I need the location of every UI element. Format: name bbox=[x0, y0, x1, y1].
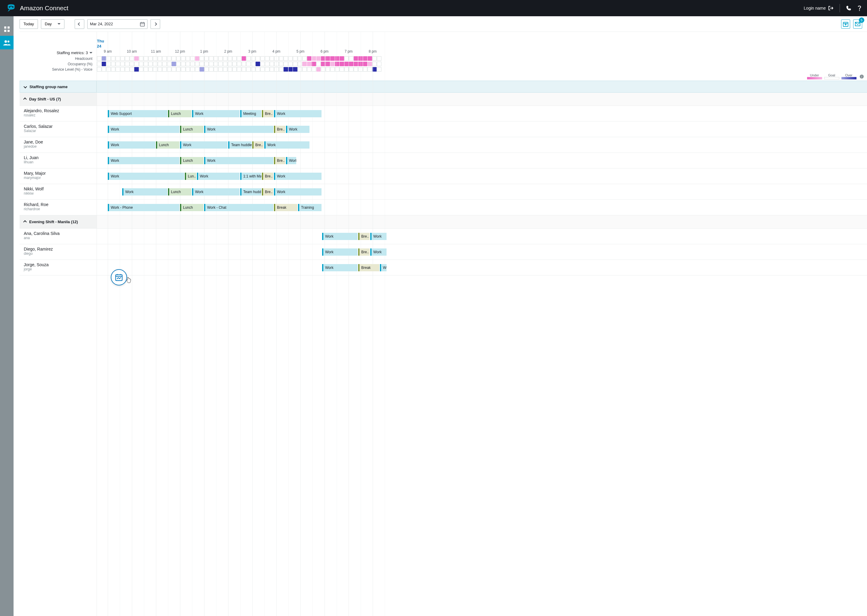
task-bar[interactable]: Lunch bbox=[168, 110, 191, 117]
heatmap-occupancy bbox=[97, 61, 867, 67]
task-bar[interactable]: 1:1 with Ma.. bbox=[240, 173, 261, 180]
task-bar[interactable]: Lunch bbox=[180, 204, 203, 211]
timeline-row[interactable]: WorkLunchWorkBre..Work bbox=[97, 121, 867, 137]
task-bar[interactable]: Web Support bbox=[108, 110, 167, 117]
fab-schedule[interactable] bbox=[111, 269, 127, 286]
users-icon bbox=[3, 40, 11, 46]
view-select[interactable]: Day bbox=[41, 19, 65, 29]
metric-service-label: Service Level (%) - Voice bbox=[20, 67, 97, 72]
task-bar[interactable]: Work bbox=[180, 141, 228, 149]
task-bar[interactable]: Meeting bbox=[240, 110, 261, 117]
task-bar[interactable]: Work bbox=[197, 173, 240, 180]
time-label: 12 pm bbox=[175, 49, 185, 53]
group-header[interactable]: Day Shift - US (7) bbox=[20, 93, 97, 106]
task-bar[interactable]: Work bbox=[370, 248, 386, 256]
task-bar[interactable]: Work bbox=[322, 233, 358, 240]
task-bar[interactable]: Break bbox=[274, 204, 298, 211]
task-bar[interactable]: Work bbox=[108, 126, 180, 133]
task-bar[interactable]: Lunch bbox=[180, 157, 203, 164]
agent-row[interactable]: Jorge, Souzajorge bbox=[20, 260, 97, 275]
task-bar[interactable]: Bre.. bbox=[358, 233, 370, 240]
svg-rect-3 bbox=[4, 27, 6, 28]
date-header-day: Thu bbox=[97, 39, 104, 44]
task-bar[interactable]: Bre.. bbox=[262, 188, 273, 195]
agent-row[interactable]: Mary, Majormarymajor bbox=[20, 168, 97, 184]
task-bar[interactable]: Work bbox=[204, 126, 273, 133]
metrics-title[interactable]: Staffing metrics: 3 bbox=[20, 49, 97, 56]
task-bar[interactable]: Work bbox=[122, 188, 167, 195]
task-bar[interactable]: Work bbox=[108, 173, 184, 180]
agent-row[interactable]: Nikki, Wolfnikkiw bbox=[20, 184, 97, 200]
task-bar[interactable]: Lun.. bbox=[185, 173, 196, 180]
task-bar[interactable]: Work bbox=[380, 264, 386, 271]
group-header-main[interactable]: Staffing group name bbox=[20, 81, 97, 93]
time-label: 7 pm bbox=[345, 49, 353, 53]
task-bar[interactable]: Bre.. bbox=[274, 157, 285, 164]
task-bar[interactable]: Bre.. bbox=[358, 248, 370, 256]
task-bar[interactable]: Work bbox=[322, 248, 358, 256]
timeline-row[interactable]: WorkLun..Work1:1 with Ma..Bre..Work bbox=[97, 168, 867, 184]
task-bar[interactable]: Bre.. bbox=[274, 126, 285, 133]
timeline-row[interactable]: WorkLunchWorkTeam huddleBre..Work bbox=[97, 184, 867, 200]
timeline-row[interactable]: Web SupportLunchWorkMeetingBre..Work bbox=[97, 106, 867, 121]
task-bar[interactable]: Lunch bbox=[168, 188, 191, 195]
task-bar[interactable]: Work bbox=[108, 157, 180, 164]
timeline-row[interactable]: WorkLunchWorkTeam huddleBre..Work bbox=[97, 137, 867, 153]
help-icon[interactable] bbox=[858, 5, 862, 11]
publish-button[interactable] bbox=[841, 20, 850, 28]
svg-point-8 bbox=[7, 40, 9, 42]
task-bar[interactable]: Work bbox=[370, 233, 386, 240]
agent-row[interactable]: Carlos, SalazarSalazar bbox=[20, 121, 97, 137]
task-bar[interactable]: Work bbox=[322, 264, 358, 271]
login-menu[interactable]: Login name bbox=[804, 6, 834, 11]
task-bar[interactable]: Bre.. bbox=[262, 110, 273, 117]
svg-point-2 bbox=[859, 10, 860, 11]
task-bar[interactable]: Training bbox=[298, 204, 322, 211]
task-bar[interactable]: Lunch bbox=[180, 126, 203, 133]
task-bar[interactable]: Bre.. bbox=[252, 141, 264, 149]
agent-row[interactable]: Li, Juanlihuan bbox=[20, 153, 97, 168]
task-bar[interactable]: Work bbox=[192, 110, 240, 117]
task-bar[interactable]: Bre.. bbox=[262, 173, 273, 180]
nav-users[interactable] bbox=[0, 36, 14, 49]
timeline-row[interactable]: WorkLunchWorkBre..Work bbox=[97, 153, 867, 168]
phone-icon[interactable] bbox=[846, 5, 851, 11]
today-button[interactable]: Today bbox=[20, 19, 38, 29]
task-bar[interactable]: Work - Chat bbox=[204, 204, 273, 211]
date-input[interactable]: Mar 24, 2022 bbox=[87, 19, 148, 29]
task-bar[interactable]: Work bbox=[274, 110, 322, 117]
task-bar[interactable]: Team huddle bbox=[228, 141, 252, 149]
task-bar[interactable]: Work bbox=[286, 126, 309, 133]
task-bar[interactable]: Work - Phone bbox=[108, 204, 180, 211]
group-header[interactable]: Evening Shift - Manila (12) bbox=[20, 215, 97, 229]
side-nav bbox=[0, 16, 14, 616]
timeline-row[interactable]: Work - PhoneLunchWork - ChatBreakTrainin… bbox=[97, 200, 867, 215]
time-label: 4 pm bbox=[273, 49, 281, 53]
prev-date-button[interactable] bbox=[75, 19, 84, 29]
heatmap-service bbox=[97, 67, 867, 72]
task-bar[interactable]: Work bbox=[274, 173, 322, 180]
inbox-button[interactable]: 5 bbox=[853, 20, 862, 28]
agent-row[interactable]: Richard, Roerichardroe bbox=[20, 200, 97, 215]
task-bar[interactable]: Work bbox=[108, 141, 155, 149]
task-bar[interactable]: Work bbox=[274, 188, 322, 195]
timeline-row[interactable]: WorkBre..Work bbox=[97, 229, 867, 244]
timeline-row[interactable]: WorkBre..Work bbox=[97, 244, 867, 260]
task-bar[interactable]: Work bbox=[286, 157, 296, 164]
next-date-button[interactable] bbox=[151, 19, 160, 29]
task-bar[interactable]: Work bbox=[264, 141, 309, 149]
task-bar[interactable]: Lunch bbox=[156, 141, 180, 149]
nav-dashboard[interactable] bbox=[0, 22, 14, 36]
agent-row[interactable]: Alejandro, Rosalezrosalez bbox=[20, 106, 97, 121]
connect-logo-icon bbox=[5, 3, 17, 13]
metric-occupancy-label: Occupancy (%) bbox=[20, 61, 97, 67]
agent-row[interactable]: Ana, Carolina Silvaana bbox=[20, 229, 97, 244]
task-bar[interactable]: Work bbox=[204, 157, 273, 164]
timeline-row[interactable]: WorkBreakWork bbox=[97, 260, 867, 275]
agent-row[interactable]: Diego, Ramirezdiego bbox=[20, 244, 97, 260]
task-bar[interactable]: Break bbox=[358, 264, 379, 271]
info-icon[interactable]: i bbox=[859, 74, 864, 79]
agent-row[interactable]: Jane, Doejanedoe bbox=[20, 137, 97, 153]
task-bar[interactable]: Team huddle bbox=[240, 188, 261, 195]
task-bar[interactable]: Work bbox=[192, 188, 240, 195]
